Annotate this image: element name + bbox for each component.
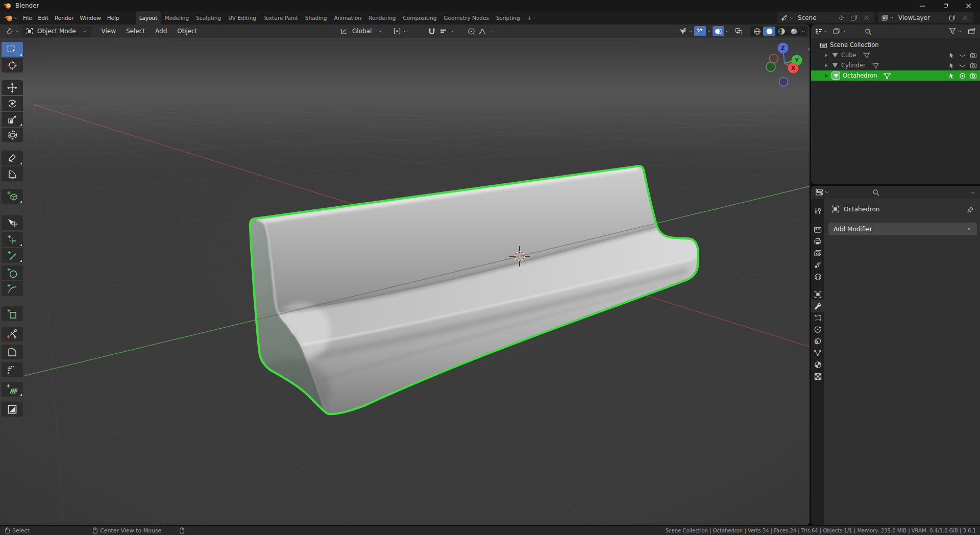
tool-transform[interactable]	[2, 128, 23, 142]
workspace-tab-uv-editing[interactable]: UV Editing	[225, 11, 260, 25]
workspace-tab-texture-paint[interactable]: Texture Paint	[260, 11, 302, 25]
maximize-button[interactable]	[934, 0, 957, 11]
blender-menu-icon[interactable]	[4, 11, 18, 25]
gizmo-neg-y[interactable]	[766, 62, 775, 71]
tool-dashed-arcs[interactable]	[2, 362, 23, 377]
tool-add-square[interactable]	[2, 306, 23, 321]
pin-icon[interactable]	[838, 14, 845, 21]
gizmo-neg-z[interactable]	[779, 78, 788, 86]
viewport-menu-add[interactable]: Add	[150, 28, 172, 35]
tool-knife[interactable]	[2, 327, 23, 342]
tool-select-box[interactable]	[2, 42, 23, 57]
workspace-tab-modeling[interactable]: Modeling	[161, 11, 192, 25]
outliner-row-cylinder[interactable]: Cylinder	[811, 60, 980, 70]
close-button[interactable]	[957, 0, 980, 11]
workspace-tab-scripting[interactable]: Scripting	[493, 11, 524, 25]
tab-texture[interactable]	[811, 370, 824, 382]
expand-arrow-icon[interactable]	[824, 53, 828, 58]
proportional-editing[interactable]	[468, 28, 493, 35]
transform-orientation[interactable]: Global	[340, 28, 382, 35]
menu-file[interactable]: File	[20, 11, 35, 25]
new-viewlayer-icon[interactable]	[949, 14, 955, 21]
tool-scale[interactable]	[2, 112, 23, 127]
tab-modifiers[interactable]	[811, 300, 824, 312]
tool-cursor[interactable]	[2, 58, 23, 72]
selectable-icon[interactable]	[948, 52, 955, 59]
tool-annotate[interactable]	[2, 151, 23, 165]
menu-edit[interactable]: Edit	[35, 11, 52, 25]
tab-material[interactable]	[811, 358, 824, 371]
viewport-menu-select[interactable]: Select	[121, 28, 150, 35]
show-object-types[interactable]	[679, 28, 693, 35]
tool-add-grid[interactable]	[2, 382, 23, 397]
expand-arrow-icon[interactable]	[824, 63, 828, 68]
menu-window[interactable]: Window	[77, 11, 104, 25]
workspace-tab-animation[interactable]: Animation	[330, 11, 365, 25]
tool-tweak[interactable]	[2, 215, 23, 230]
outliner-row-scene-collection[interactable]: Scene Collection	[811, 40, 980, 50]
editor-type-selector[interactable]	[5, 28, 19, 35]
snapping[interactable]	[428, 28, 454, 35]
viewport-menu-object[interactable]: Object	[172, 28, 202, 35]
workspace-tab-rendering[interactable]: Rendering	[365, 11, 400, 25]
new-scene-icon[interactable]	[850, 14, 857, 21]
render-camera-icon[interactable]	[970, 62, 977, 69]
shading-rendered[interactable]	[788, 27, 800, 36]
properties-search-icon[interactable]	[872, 189, 879, 196]
hide-eye-open-icon[interactable]	[959, 72, 966, 79]
shading-solid[interactable]	[763, 27, 775, 36]
selectable-icon[interactable]	[948, 62, 955, 69]
tab-world[interactable]	[811, 271, 824, 283]
tool-measure[interactable]	[2, 166, 23, 181]
tool-add-arc[interactable]	[2, 281, 23, 296]
new-collection-icon[interactable]	[968, 28, 976, 35]
tool-move[interactable]	[2, 80, 23, 95]
outliner-row-cube[interactable]: Cube	[811, 50, 980, 60]
expand-arrow-icon[interactable]	[824, 74, 828, 78]
tool-add-vertex[interactable]	[2, 232, 23, 247]
selectable-icon[interactable]	[948, 72, 955, 79]
sidebar-collapse-chevron[interactable]: ❮	[807, 45, 810, 52]
tool-rounded-corner[interactable]	[2, 345, 23, 359]
tab-output[interactable]	[811, 235, 824, 248]
workspace-tab-shading[interactable]: Shading	[302, 11, 331, 25]
hide-eye-closed-icon[interactable]	[959, 52, 966, 59]
pin-icon[interactable]	[967, 206, 974, 213]
pivot-point[interactable]	[393, 28, 407, 35]
tool-add-circle[interactable]	[2, 265, 23, 280]
outliner-filter[interactable]	[949, 28, 962, 35]
outliner-row-octahedron[interactable]: Octahedron	[811, 70, 980, 81]
tab-constraints[interactable]	[811, 335, 824, 347]
add-workspace-button[interactable]: +	[524, 11, 535, 25]
workspace-tab-sculpting[interactable]: Sculpting	[192, 11, 225, 25]
add-modifier-button[interactable]: Add Modifier	[828, 223, 977, 235]
viewport-canvas[interactable]: Z Y X ❮	[0, 38, 810, 525]
tab-physics[interactable]	[811, 323, 824, 335]
properties-editor-type[interactable]	[815, 188, 829, 196]
minimize-button[interactable]	[911, 0, 934, 11]
properties-options-chevron[interactable]	[971, 191, 975, 194]
tool-add-edge[interactable]	[2, 248, 23, 263]
tab-render[interactable]	[811, 224, 824, 236]
viewport-menu-view[interactable]: View	[96, 28, 121, 35]
tab-scene[interactable]	[811, 259, 824, 271]
tab-object-data[interactable]	[811, 347, 824, 359]
tab-tool[interactable]	[811, 205, 824, 217]
shading-material[interactable]	[775, 27, 788, 36]
shading-wireframe[interactable]	[751, 27, 763, 36]
tab-object[interactable]	[811, 288, 824, 300]
tab-particles[interactable]	[811, 311, 824, 324]
workspace-tab-geometry-nodes[interactable]: Geometry Nodes	[440, 11, 493, 25]
unlink-scene-icon[interactable]	[864, 15, 869, 20]
workspace-tab-layout[interactable]: Layout	[136, 11, 161, 25]
tool-add-cube[interactable]	[2, 189, 23, 204]
scene-selector[interactable]: Scene	[777, 12, 874, 23]
render-camera-icon[interactable]	[970, 72, 977, 79]
outliner-filter-type[interactable]	[832, 28, 846, 35]
hide-eye-closed-icon[interactable]	[959, 62, 966, 69]
mode-selector[interactable]: Object Mode	[22, 26, 91, 37]
outliner-search-icon[interactable]	[865, 28, 872, 35]
render-camera-icon[interactable]	[970, 52, 977, 59]
overlays-toggle[interactable]	[713, 26, 729, 36]
tool-rotate[interactable]	[2, 96, 23, 111]
